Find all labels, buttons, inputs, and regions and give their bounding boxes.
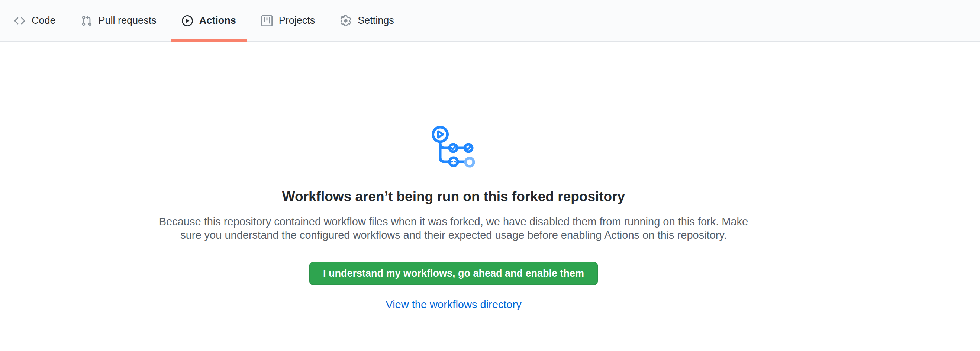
tab-code-label: Code — [32, 15, 56, 26]
view-workflows-directory-link[interactable]: View the workflows directory — [385, 299, 521, 311]
workflow-graph-icon — [432, 126, 476, 168]
tab-actions-label: Actions — [199, 15, 236, 26]
gear-icon — [340, 15, 351, 26]
tab-code[interactable]: Code — [3, 0, 67, 41]
tab-projects-label: Projects — [279, 15, 315, 26]
blankslate-description: Because this repository contained workfl… — [156, 215, 751, 242]
tab-settings[interactable]: Settings — [329, 0, 405, 41]
git-pull-request-icon — [81, 15, 92, 26]
tab-projects[interactable]: Projects — [250, 0, 326, 41]
blankslate-title: Workflows aren’t being run on this forke… — [156, 188, 751, 205]
repo-nav: Code Pull requests Actions Projects Sett… — [0, 0, 980, 42]
actions-disabled-blankslate: Workflows aren’t being run on this forke… — [156, 42, 751, 311]
tab-actions[interactable]: Actions — [171, 0, 247, 41]
enable-workflows-button[interactable]: I understand my workflows, go ahead and … — [309, 262, 598, 285]
tab-pull-requests[interactable]: Pull requests — [70, 0, 168, 41]
project-board-icon — [261, 15, 272, 26]
tab-pull-requests-label: Pull requests — [99, 15, 156, 26]
tab-settings-label: Settings — [358, 15, 394, 26]
code-icon — [14, 15, 25, 26]
play-circle-icon — [182, 15, 193, 26]
